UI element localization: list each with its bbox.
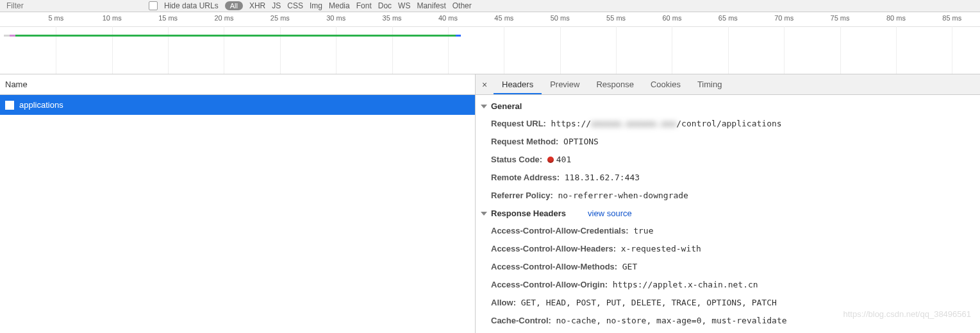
- filter-toolbar: Hide data URLs All XHR JS CSS Img Media …: [0, 0, 980, 12]
- filter-input[interactable]: [5, 1, 97, 11]
- type-filter-font[interactable]: Font: [356, 1, 372, 10]
- header-row: Request URL: https://xxxxxx.xxxxxx.xxx/c…: [476, 115, 980, 133]
- type-filter-manifest[interactable]: Manifest: [417, 1, 445, 10]
- timeline-tick: 45 ms: [494, 14, 513, 22]
- section-general[interactable]: General: [476, 98, 980, 115]
- timeline-tick: 85 ms: [942, 14, 961, 22]
- details-pane: × Headers Preview Response Cookies Timin…: [476, 74, 980, 333]
- tab-preview[interactable]: Preview: [542, 74, 588, 94]
- timeline-bar: [15, 35, 456, 37]
- timeline-tick: 35 ms: [383, 14, 402, 22]
- timeline-overview[interactable]: 5 ms10 ms15 ms20 ms25 ms30 ms35 ms40 ms4…: [0, 12, 980, 74]
- details-tabbar: × Headers Preview Response Cookies Timin…: [476, 74, 980, 95]
- type-filter-doc[interactable]: Doc: [378, 1, 392, 10]
- tab-cookies[interactable]: Cookies: [642, 74, 689, 94]
- type-filter-ws[interactable]: WS: [398, 1, 410, 10]
- header-row: Referrer Policy: no-referrer-when-downgr…: [476, 187, 980, 205]
- chevron-down-icon: [481, 212, 487, 216]
- header-row: Access-Control-Allow-Methods: GET: [476, 258, 980, 276]
- type-filter-other[interactable]: Other: [453, 1, 472, 10]
- timeline-tick: 20 ms: [215, 14, 234, 22]
- timeline-tick: 70 ms: [774, 14, 793, 22]
- header-row: Request Method: OPTIONS: [476, 133, 980, 151]
- timeline-tick: 30 ms: [326, 14, 345, 22]
- header-row: Access-Control-Allow-Origin: https://app…: [476, 276, 980, 294]
- hide-data-urls-checkbox[interactable]: [149, 1, 158, 10]
- header-row: Access-Control-Allow-Credentials: true: [476, 222, 980, 240]
- headers-details: General Request URL: https://xxxxxx.xxxx…: [476, 95, 980, 333]
- timeline-bar: [456, 35, 461, 37]
- header-row: Remote Address: 118.31.62.7:443: [476, 169, 980, 187]
- tab-response[interactable]: Response: [588, 74, 642, 94]
- hide-data-urls-label: Hide data URLs: [164, 1, 219, 10]
- timeline-tick: 15 ms: [158, 14, 178, 22]
- timeline-tick: 75 ms: [831, 14, 850, 22]
- type-filter-media[interactable]: Media: [329, 1, 350, 10]
- timeline-tick: 55 ms: [606, 14, 626, 22]
- header-row: Allow: GET, HEAD, POST, PUT, DELETE, TRA…: [476, 294, 980, 312]
- close-icon[interactable]: ×: [476, 80, 494, 90]
- request-name: applications: [19, 100, 63, 110]
- type-filter-xhr[interactable]: XHR: [249, 1, 265, 10]
- view-source-link[interactable]: view source: [588, 209, 632, 218]
- header-row: Cache-Control: no-cache, no-store, max-a…: [476, 312, 980, 330]
- timeline-bar: [4, 35, 10, 37]
- chevron-down-icon: [481, 105, 487, 108]
- timeline-tick: 50 ms: [551, 14, 570, 22]
- name-column-header[interactable]: Name: [0, 74, 475, 95]
- timeline-tick: 10 ms: [103, 14, 122, 22]
- tab-headers[interactable]: Headers: [494, 74, 542, 94]
- type-filter-all[interactable]: All: [225, 1, 243, 10]
- request-list-pane: Name applications: [0, 74, 476, 333]
- timeline-tick: 60 ms: [662, 14, 681, 22]
- header-row: Access-Control-Allow-Headers: x-requeste…: [476, 240, 980, 258]
- type-filter-css[interactable]: CSS: [287, 1, 303, 10]
- timeline-tick: 80 ms: [886, 14, 906, 22]
- timeline-tick: 65 ms: [718, 14, 738, 22]
- tab-timing[interactable]: Timing: [689, 74, 731, 94]
- type-filter-js[interactable]: JS: [272, 1, 281, 10]
- timeline-tick: 25 ms: [270, 14, 290, 22]
- timeline-tick: 5 ms: [48, 14, 63, 22]
- timeline-tick: 40 ms: [438, 14, 458, 22]
- type-filter-img[interactable]: Img: [310, 1, 322, 10]
- timeline-bar: [10, 35, 15, 37]
- section-response-headers[interactable]: Response Headers view source: [476, 205, 980, 222]
- header-row: Status Code: 401: [476, 151, 980, 169]
- request-row[interactable]: applications: [0, 95, 475, 115]
- status-dot-icon: [547, 157, 554, 163]
- file-icon: [5, 101, 14, 110]
